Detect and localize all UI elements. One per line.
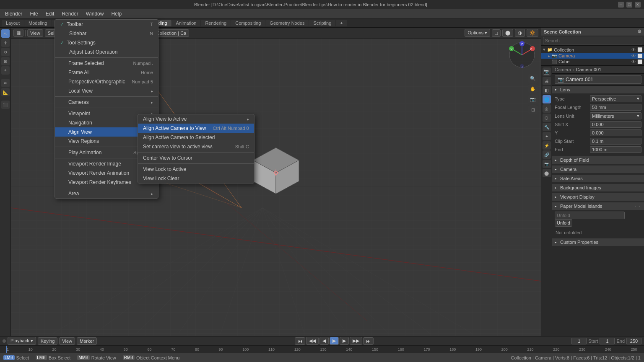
- prop-icon-scene[interactable]: 🌐: [543, 95, 551, 103]
- prop-icon-output[interactable]: 🖨: [543, 77, 551, 85]
- submenu-align-camera-to-selected[interactable]: Align Active Camera to Selected: [138, 133, 254, 142]
- tab-rendering[interactable]: Rendering: [201, 20, 231, 26]
- prop-shift-x-value[interactable]: 0.000: [590, 121, 641, 128]
- prop-viewport-display-header[interactable]: ▸ Viewport Display: [552, 193, 644, 201]
- minimize-button[interactable]: ─: [618, 2, 624, 8]
- prop-icon-material[interactable]: ⬤: [543, 169, 551, 177]
- menu-frame-all[interactable]: Frame All Home: [55, 68, 158, 77]
- prop-paper-model-header[interactable]: ▸ Paper Model Islands ⋮⋮: [552, 202, 644, 210]
- menu-edit[interactable]: Edit: [42, 10, 58, 18]
- submenu-align-camera-to-view[interactable]: Align Active Camera to View Ctrl Alt Num…: [138, 124, 254, 133]
- tab-animation[interactable]: Animation: [172, 20, 201, 26]
- next-key-button[interactable]: ▶▶: [350, 337, 362, 345]
- tab-scripting[interactable]: Scripting: [309, 20, 335, 26]
- timeline-marker-menu[interactable]: Marker: [77, 337, 97, 345]
- prop-lens-type-dropdown[interactable]: Perspective ▾: [590, 95, 641, 102]
- timeline-playback-menu[interactable]: Playback ▾: [8, 337, 36, 345]
- viewport-shading-material[interactable]: ◑: [515, 29, 525, 37]
- menu-area[interactable]: Area ▸: [55, 189, 158, 198]
- prop-icon-render[interactable]: 📷: [543, 67, 551, 76]
- next-frame-button[interactable]: ▶: [340, 337, 349, 345]
- magnify-icon[interactable]: 🔍: [528, 74, 538, 83]
- tool-scale[interactable]: ⊞: [1, 57, 10, 65]
- tab-modeling[interactable]: Modeling: [24, 20, 52, 26]
- skip-to-end-button[interactable]: ⏭: [363, 337, 374, 345]
- prop-shift-y-value[interactable]: 0.000: [590, 129, 641, 136]
- prop-icon-world[interactable]: ◎: [543, 104, 551, 113]
- outliner-item-cube[interactable]: ▸ ⬛ Cube 👁 ⬜: [541, 59, 644, 65]
- viewport-shading-rendered[interactable]: 🔆: [527, 29, 538, 37]
- menu-window[interactable]: Window: [83, 10, 107, 18]
- menu-tool-settings[interactable]: ✓Tool Settings: [55, 38, 158, 47]
- camera-icon[interactable]: 📷: [528, 95, 538, 104]
- tool-rotate[interactable]: ↻: [1, 48, 10, 56]
- tab-compositing[interactable]: Compositing: [231, 20, 265, 26]
- menu-cameras[interactable]: Cameras ▸: [55, 98, 158, 107]
- skip-to-start-button[interactable]: ⏮: [295, 337, 305, 345]
- viewport-shading-wireframe[interactable]: □: [492, 29, 501, 37]
- timeline-keying-menu[interactable]: Keying: [38, 337, 58, 345]
- prop-icon-modifier[interactable]: 🔧: [543, 123, 551, 131]
- outliner-item-collection[interactable]: ▾ 📁 Collection 👁 ⬜: [541, 47, 644, 53]
- prop-safe-areas-header[interactable]: ▸ Safe Areas: [552, 175, 644, 182]
- end-frame-input[interactable]: [626, 338, 641, 344]
- prop-icon-object-data[interactable]: 📷: [543, 160, 551, 168]
- submenu-align-to-active[interactable]: Align View to Active ▸: [138, 114, 254, 124]
- tool-transform[interactable]: ⌖: [1, 66, 10, 75]
- menu-local-view[interactable]: Local View ▸: [55, 86, 158, 96]
- tool-move[interactable]: ✛: [1, 39, 10, 47]
- prop-bg-images-header[interactable]: ▸ Background Images: [552, 184, 644, 191]
- outliner-search[interactable]: [543, 37, 642, 44]
- prop-icon-particles[interactable]: ✦: [543, 132, 551, 140]
- viewport-gizmo[interactable]: X Y Z -Z: [507, 40, 537, 70]
- current-frame-input[interactable]: [571, 338, 587, 344]
- menu-help[interactable]: Help: [108, 10, 125, 18]
- prop-clip-start-value[interactable]: 0.1 m: [590, 138, 641, 145]
- menu-perspective-ortho[interactable]: Perspective/Orthographic Numpad 5: [55, 77, 158, 86]
- unfold-button[interactable]: Unfold: [555, 219, 572, 227]
- menu-sidebar[interactable]: ✓Sidebar N: [55, 29, 158, 38]
- pan-icon[interactable]: ✋: [528, 84, 538, 93]
- prop-camera-header[interactable]: ▸ Camera: [552, 165, 644, 173]
- prop-dof-header[interactable]: ▸ Depth of Field: [552, 156, 644, 164]
- submenu-center-view-cursor[interactable]: Center View to Cursor: [138, 153, 254, 163]
- tool-annotate[interactable]: ✏: [1, 79, 10, 87]
- prev-key-button[interactable]: ◀◀: [306, 337, 319, 345]
- prop-clip-end-value[interactable]: 1000 m: [590, 146, 641, 153]
- prop-lens-unit-dropdown[interactable]: Millimeters ▾: [590, 112, 641, 119]
- timeline-ruler[interactable]: 1 10 20 30 40 50 60 70 80 90 100 110 120…: [0, 346, 644, 353]
- tool-measure[interactable]: 📐: [1, 88, 10, 96]
- viewport-view-menu[interactable]: View: [27, 29, 43, 37]
- outliner-options[interactable]: ⚙: [637, 29, 641, 34]
- timeline-view-menu[interactable]: View: [59, 337, 75, 345]
- tab-geometry-nodes[interactable]: Geometry Nodes: [265, 20, 309, 26]
- tab-add[interactable]: +: [336, 20, 347, 26]
- prop-icon-physics[interactable]: ⚡: [543, 141, 551, 150]
- submenu-set-camera-view[interactable]: Set camera view to active view. Shift C: [138, 142, 254, 151]
- play-button[interactable]: ▶: [330, 337, 339, 345]
- editor-type-menu[interactable]: ▦: [13, 29, 23, 37]
- prop-focal-length-value[interactable]: 50 mm: [590, 104, 641, 111]
- prop-custom-props-header[interactable]: ▸ Custom Properties: [552, 238, 644, 246]
- submenu-view-lock-clear[interactable]: View Lock Clear: [138, 174, 254, 183]
- outliner-item-camera[interactable]: ▸ 📷 Camera 👁 ⬜: [541, 53, 644, 59]
- prev-frame-button[interactable]: ◀: [319, 337, 329, 345]
- tab-layout[interactable]: Layout: [2, 20, 24, 26]
- menu-frame-selected[interactable]: Frame Selected Numpad .: [55, 59, 158, 68]
- restore-button[interactable]: □: [626, 2, 632, 8]
- menu-blender[interactable]: Blender: [2, 10, 26, 18]
- submenu-view-lock-active[interactable]: View Lock to Active: [138, 165, 254, 174]
- tool-select[interactable]: ↖: [1, 29, 10, 38]
- viewport-options[interactable]: Options ▾: [465, 29, 490, 37]
- grid-icon[interactable]: ⊞: [528, 105, 538, 114]
- prop-icon-view-layer[interactable]: ◧: [543, 86, 551, 94]
- prop-icon-constraints[interactable]: 🔗: [543, 150, 551, 159]
- viewport-shading-solid[interactable]: ⬤: [502, 29, 513, 37]
- tool-add-cube[interactable]: ⬛: [1, 101, 10, 109]
- menu-file[interactable]: File: [26, 10, 41, 18]
- prop-lens-header[interactable]: ▾ Lens: [552, 86, 644, 93]
- menu-render[interactable]: Render: [58, 10, 81, 18]
- unfold-input[interactable]: [555, 212, 625, 219]
- menu-adjust-last[interactable]: ✓Adjust Last Operation: [55, 47, 158, 57]
- close-button[interactable]: ✕: [635, 2, 641, 8]
